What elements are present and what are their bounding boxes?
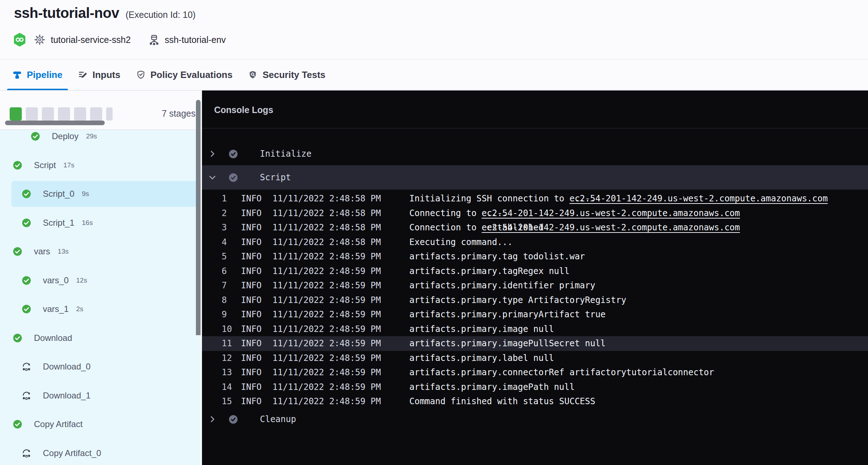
step-group-retry-icon <box>22 362 31 371</box>
stage-row-download[interactable]: Download <box>0 325 201 351</box>
tab-inputs[interactable]: Inputs <box>73 59 126 90</box>
log-line-4: 4INFO11/11/2022 2:48:58 PMExecuting comm… <box>202 235 868 249</box>
tab-label: Inputs <box>93 70 120 79</box>
log-message: artifacts.primary.connectorRef artifacto… <box>409 367 714 377</box>
log-level: INFO <box>241 237 262 247</box>
environment-icon <box>149 34 159 45</box>
log-line-number: 3 <box>222 222 227 232</box>
log-timestamp: 11/11/2022 2:48:58 PM <box>272 194 381 204</box>
progress-segment-2 <box>26 107 38 121</box>
success-check-icon <box>22 189 31 199</box>
stage-name: vars <box>34 246 50 256</box>
log-timestamp: 11/11/2022 2:48:59 PM <box>272 338 381 348</box>
log-level: INFO <box>241 396 262 406</box>
stage-row-script-0[interactable]: Script_09s <box>0 181 201 207</box>
chevron-down-icon[interactable] <box>208 173 217 182</box>
log-timestamp: 11/11/2022 2:48:59 PM <box>272 251 381 261</box>
tab-label: Policy Evaluations <box>151 70 233 79</box>
log-line-number: 11 <box>222 338 232 348</box>
stage-name: Download <box>34 333 72 343</box>
host-link[interactable]: ec2-54-201-142-249.us-west-2.compute.ama… <box>482 222 740 232</box>
stage-row-copy-artifact-0[interactable]: Copy Artifact_0 <box>0 440 201 465</box>
log-message: artifacts.primary.tagRegex null <box>409 266 569 276</box>
stage-list: Deploy29sScript17sScript_09sScript_116sv… <box>0 130 201 465</box>
log-line-7: 7INFO11/11/2022 2:48:59 PMartifacts.prim… <box>202 278 868 293</box>
execution-header: ssh-tutorial-nov (Execution Id: 10) <box>0 0 868 59</box>
log-line-number: 6 <box>222 266 227 276</box>
service-name[interactable]: tutorial-service-ssh2 <box>51 35 131 45</box>
success-check-icon <box>31 132 40 141</box>
log-timestamp: 11/11/2022 2:48:58 PM <box>272 208 381 218</box>
stage-name: Deploy <box>52 131 79 141</box>
stage-name: Copy Artifact_0 <box>43 448 101 458</box>
log-level: INFO <box>241 208 262 218</box>
stage-row-vars-1[interactable]: vars_12s <box>0 296 201 322</box>
log-message: Connecting to ec2-54-201-142-249.us-west… <box>409 208 508 218</box>
log-level: INFO <box>241 280 262 290</box>
log-timestamp: 11/11/2022 2:48:59 PM <box>272 396 381 406</box>
host-link[interactable]: ec2-54-201-142-249.us-west-2.compute.ama… <box>569 194 828 204</box>
log-section-cleanup[interactable]: Cleanup <box>202 407 868 431</box>
log-timestamp: 11/11/2022 2:48:59 PM <box>272 353 381 363</box>
tab-label: Security Tests <box>262 70 325 79</box>
tab-security-tests[interactable]: Security Tests <box>243 59 331 90</box>
stage-row-download-1[interactable]: Download_1 <box>0 383 201 408</box>
log-line-number: 12 <box>222 353 232 363</box>
stage-duration: 29s <box>86 132 97 140</box>
stage-row-copy-artifact[interactable]: Copy Artifact <box>0 411 201 437</box>
log-level: INFO <box>241 382 262 392</box>
environment-name[interactable]: ssh-tutorial-env <box>165 35 226 45</box>
console-panel: Console Logs Initialize Script 1INFO11/1… <box>202 90 868 465</box>
page: { "header": { "title": "ssh-tutorial-nov… <box>0 0 868 465</box>
stage-duration: 17s <box>63 161 74 169</box>
progress-segment-5 <box>74 107 86 121</box>
progress-segment-4 <box>58 107 70 121</box>
stage-row-download-0[interactable]: Download_0 <box>0 354 201 380</box>
tab-policy-evaluations[interactable]: Policy Evaluations <box>131 59 238 90</box>
log-line-number: 5 <box>222 251 227 261</box>
progress-segment-1 <box>10 107 22 121</box>
log-message: Connection to ec2-54-201-142-249.us-west… <box>409 222 544 232</box>
log-message: artifacts.primary.identifier primary <box>409 280 595 290</box>
log-message: artifacts.primary.image null <box>409 324 554 334</box>
log-line-number: 1 <box>222 194 227 204</box>
log-line-9: 9INFO11/11/2022 2:48:59 PMartifacts.prim… <box>202 307 868 322</box>
section-name: Script <box>260 172 291 182</box>
stage-name: Script_1 <box>43 218 74 228</box>
success-check-icon <box>13 161 22 170</box>
stage-duration: 9s <box>82 190 89 198</box>
log-line-12: 12INFO11/11/2022 2:48:59 PMartifacts.pri… <box>202 351 868 365</box>
stage-row-vars[interactable]: vars13s <box>0 239 201 264</box>
log-section-initialize[interactable]: Initialize <box>202 142 868 166</box>
active-tab-underline <box>7 89 68 90</box>
log-line-number: 7 <box>222 280 227 290</box>
host-link[interactable]: ec2-54-201-142-249.us-west-2.compute.ama… <box>482 208 740 218</box>
progress-segment-3 <box>42 107 54 121</box>
log-level: INFO <box>241 251 262 261</box>
section-name: Initialize <box>260 149 312 159</box>
chevron-right-icon[interactable] <box>208 415 217 424</box>
stage-row-vars-0[interactable]: vars_012s <box>0 268 201 293</box>
stage-row-deploy[interactable]: Deploy29s <box>0 130 201 149</box>
stage-list-scrollbar[interactable] <box>196 100 201 335</box>
progress-segment-7 <box>106 107 113 121</box>
stage-name: vars_1 <box>43 304 69 314</box>
log-message: Command finished with status SUCCESS <box>409 396 595 406</box>
stage-row-script[interactable]: Script17s <box>0 152 201 178</box>
section-success-icon <box>228 415 238 424</box>
log-level: INFO <box>241 309 262 319</box>
page-title: ssh-tutorial-nov <box>14 5 119 21</box>
log-line-5: 5INFO11/11/2022 2:48:59 PMartifacts.prim… <box>202 249 868 264</box>
stage-name: Download_0 <box>43 362 90 372</box>
chevron-right-icon[interactable] <box>208 149 217 158</box>
tab-pipeline[interactable]: Pipeline <box>7 59 68 90</box>
security-shield-icon <box>248 70 257 79</box>
progress-horizontal-scrollbar[interactable] <box>5 121 105 125</box>
log-timestamp: 11/11/2022 2:48:58 PM <box>272 237 381 247</box>
log-section-script[interactable]: Script <box>202 165 868 190</box>
log-message: artifacts.primary.imagePullSecret null <box>409 338 606 348</box>
log-message: artifacts.primary.type ArtifactoryRegist… <box>409 295 626 305</box>
log-line-number: 9 <box>222 309 227 319</box>
stage-row-script-1[interactable]: Script_116s <box>0 210 201 236</box>
log-timestamp: 11/11/2022 2:48:59 PM <box>272 382 381 392</box>
